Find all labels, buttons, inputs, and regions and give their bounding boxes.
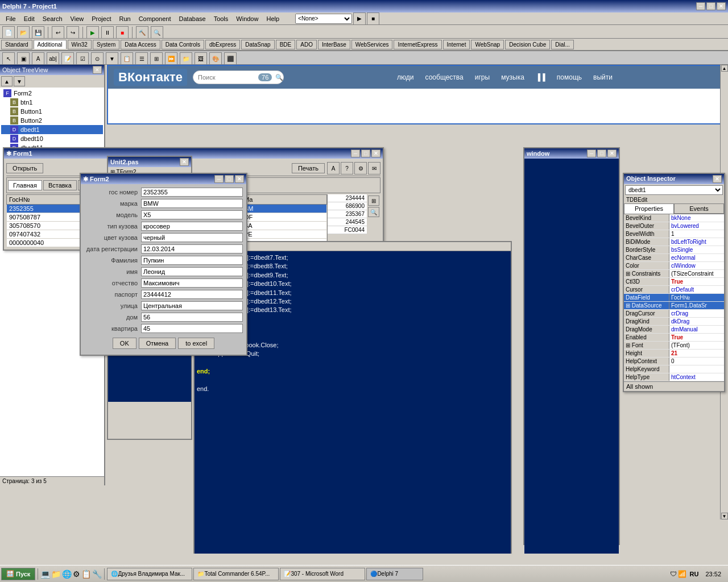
treeview-close-btn[interactable]: ✕ — [93, 66, 102, 74]
prop-bevelwidth[interactable]: BevelWidth 1 — [624, 230, 724, 238]
prop-height[interactable]: Height 21 — [624, 350, 724, 357]
prop-font[interactable]: ⊞ Font (TFont) — [624, 342, 724, 350]
menu-component[interactable]: Component — [135, 14, 175, 23]
component-btn4[interactable]: 📝 — [61, 52, 74, 65]
prop-helptype[interactable]: HelpType htContext — [624, 373, 724, 381]
tab-datasnap[interactable]: DataSnap — [241, 40, 274, 49]
taskbar-icon6[interactable]: 🔧 — [92, 569, 102, 579]
form2-cancel-btn[interactable]: Отмена — [139, 338, 176, 349]
form1-close-btn[interactable]: ✕ — [371, 149, 380, 157]
component-btn7[interactable]: ▼ — [106, 52, 118, 65]
form1-icon3[interactable]: ⚙ — [354, 162, 367, 174]
tab-internetexpress[interactable]: InternetExpress — [394, 40, 441, 49]
menu-tools[interactable]: Tools — [210, 14, 232, 23]
tab-properties[interactable]: Properties — [624, 203, 674, 214]
input-ulitsa[interactable] — [141, 301, 243, 310]
inspect-btn[interactable]: 🔍 — [151, 26, 163, 39]
form1-scroll-up[interactable]: ⊞ — [368, 196, 379, 206]
input-familiya[interactable] — [141, 256, 243, 265]
prop-borderstyle[interactable]: BorderStyle bsSingle — [624, 246, 724, 254]
form1-max-btn[interactable]: □ — [361, 149, 370, 157]
unit2-close-btn[interactable]: ✕ — [180, 158, 189, 166]
save-btn[interactable]: 💾 — [32, 26, 44, 39]
input-otchestvo[interactable] — [141, 278, 243, 288]
input-model[interactable] — [141, 210, 243, 219]
prop-datasource[interactable]: ⊞ DataSource Form1.DataSr — [624, 302, 724, 310]
component-btn8[interactable]: 📋 — [121, 52, 133, 65]
tree-item-form2[interactable]: F Form2 — [1, 89, 103, 98]
component-btn3[interactable]: ab| — [47, 52, 59, 65]
open-btn[interactable]: 📂 — [17, 26, 30, 39]
menu-view[interactable]: View — [67, 14, 88, 23]
scroll-up-btn[interactable]: ▲ — [721, 65, 728, 72]
tab-ado[interactable]: ADO — [296, 40, 317, 49]
menu-search[interactable]: Search — [39, 14, 66, 23]
tab-standard[interactable]: Standard — [1, 40, 32, 49]
prop-enabled[interactable]: Enabled True — [624, 334, 724, 342]
menu-database[interactable]: Database — [176, 14, 209, 23]
taskbar-icon1[interactable]: 💻 — [40, 569, 50, 579]
stop2-btn[interactable]: ■ — [116, 26, 129, 39]
vk-nav-music[interactable]: музыка — [501, 73, 524, 81]
cursor-btn[interactable]: ↖ — [2, 52, 15, 65]
tree-item-btn1[interactable]: B btn1 — [1, 98, 103, 107]
vk-nav-help[interactable]: помощь — [557, 73, 582, 81]
tray-lang[interactable]: RU — [688, 569, 701, 579]
prop-dragmode[interactable]: DragMode dmManual — [624, 326, 724, 334]
prop-ctl3d[interactable]: Ctl3D True — [624, 278, 724, 286]
tab-websnap[interactable]: WebSnap — [471, 40, 504, 49]
form1-min-btn[interactable]: ─ — [351, 149, 360, 157]
component-btn12[interactable]: 📁 — [180, 52, 192, 65]
component-btn2[interactable]: A — [32, 52, 44, 65]
form2-ok-btn[interactable]: OK — [113, 338, 136, 349]
undo-btn[interactable]: ↩ — [52, 26, 64, 39]
input-pasport[interactable] — [141, 290, 243, 299]
taskbar-icon2[interactable]: 📁 — [51, 569, 61, 579]
taskbar-item-delphi[interactable]: 🔵 Delphi 7 — [366, 568, 423, 580]
tab-win32[interactable]: Win32 — [68, 40, 92, 49]
input-imya[interactable] — [141, 267, 243, 276]
tree-down-btn[interactable]: ▼ — [14, 76, 25, 86]
vk-nav-people[interactable]: люди — [397, 73, 413, 81]
vk-nav-pause[interactable]: ▐▐ — [536, 73, 545, 81]
prop-bidimode[interactable]: BiDiMode bdLeftToRight — [624, 238, 724, 246]
taskbar-icon5[interactable]: 📋 — [81, 569, 91, 579]
redo-btn[interactable]: ↪ — [67, 26, 79, 39]
tab-decisioncube[interactable]: Decision Cube — [505, 40, 550, 49]
right-panel-max[interactable]: □ — [597, 149, 606, 157]
prop-dragcursor[interactable]: DragCursor crDrag — [624, 310, 724, 318]
menu-help[interactable]: Help — [263, 14, 283, 23]
prop-helpkeyword[interactable]: HelpKeyword — [624, 365, 724, 373]
tab-events[interactable]: Events — [674, 203, 724, 214]
run2-btn[interactable]: ▶ — [86, 26, 99, 39]
vk-nav-groups[interactable]: сообщества — [425, 73, 464, 81]
component-btn1[interactable]: ▣ — [17, 52, 30, 65]
stop-btn[interactable]: ■ — [367, 13, 379, 25]
maximize-button[interactable]: □ — [706, 2, 715, 10]
component-select[interactable]: dbedt1 — [625, 185, 723, 195]
tree-item-dbedt10[interactable]: D dbedt10 — [1, 134, 103, 143]
component-btn13[interactable]: 🖼 — [195, 52, 207, 65]
component-btn5[interactable]: ☑ — [76, 52, 89, 65]
minimize-button[interactable]: ─ — [696, 2, 705, 10]
form1-print-btn[interactable]: Печать — [292, 163, 325, 173]
component-btn10[interactable]: ⊞ — [150, 52, 163, 65]
right-panel-close[interactable]: ✕ — [607, 149, 617, 157]
form1-icon1[interactable]: A — [327, 162, 340, 174]
input-tsvetnuzova[interactable] — [141, 233, 243, 242]
prop-constraints[interactable]: ⊞ Constraints (TSizeConstraint — [624, 270, 724, 278]
build-btn[interactable]: 🔨 — [136, 26, 148, 39]
prop-bevelkind[interactable]: BevelKind bkNone — [624, 214, 724, 222]
prop-cursor[interactable]: Cursor crDefault — [624, 286, 724, 294]
vk-search-box[interactable]: 76 🔍 — [193, 70, 284, 84]
taskbar-item-friends[interactable]: 🌐 Друзья Владимира Мак... — [107, 568, 192, 580]
component-btn15[interactable]: ⬛ — [224, 52, 237, 65]
component-btn11[interactable]: ⏩ — [165, 52, 177, 65]
pause-btn[interactable]: ⏸ — [101, 26, 114, 39]
menu-run[interactable]: Run — [115, 14, 134, 23]
menu-file[interactable]: File — [2, 14, 19, 23]
tab-vstavka[interactable]: Вставка — [43, 180, 77, 190]
tab-dbexpress[interactable]: dbExpress — [205, 40, 240, 49]
run-btn[interactable]: ▶ — [353, 13, 366, 25]
component-btn9[interactable]: ☰ — [135, 52, 148, 65]
